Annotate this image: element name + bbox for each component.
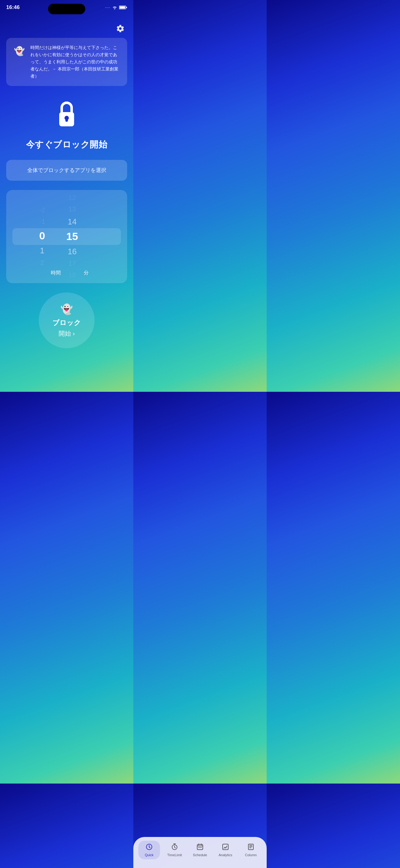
- min-17: 17: [69, 259, 76, 269]
- quote-card: 👻 時間だけは神様が平等に与えて下さった。これをいかに有効に使うかはその人の才覚…: [6, 38, 127, 86]
- hour-2: 2: [40, 258, 44, 268]
- time-picker[interactable]: -2 -1 0 1 2 時間 12 13 14 15 16 17 18 分: [6, 190, 127, 283]
- gear-icon: [116, 24, 125, 33]
- minutes-picker[interactable]: 12 13 14 15 16 17 18: [66, 193, 78, 280]
- lock-icon: [49, 98, 84, 132]
- svg-rect-2: [120, 6, 125, 9]
- start-button-container: 👻 ブロック 開始 ›: [0, 292, 133, 348]
- min-18: 18: [69, 270, 76, 280]
- status-time: 16:46: [6, 4, 20, 10]
- lock-icon-container: [0, 98, 133, 132]
- status-bar: 16:46 ····: [0, 0, 133, 13]
- start-icon: 👻: [61, 303, 73, 315]
- battery-icon: [119, 5, 127, 10]
- hour-minus2: -2: [39, 206, 45, 215]
- select-apps-label: 全体でブロックするアプリを選択: [27, 167, 106, 173]
- select-apps-button[interactable]: 全体でブロックするアプリを選択: [6, 160, 127, 181]
- settings-button[interactable]: [113, 22, 127, 35]
- quote-avatar: 👻: [12, 44, 26, 58]
- wifi-icon: [112, 5, 118, 10]
- main-title: 今すぐブロック開始: [0, 139, 133, 151]
- signal-icon: ····: [105, 5, 110, 10]
- start-block-button[interactable]: 👻 ブロック 開始 ›: [39, 292, 95, 348]
- hours-picker[interactable]: -2 -1 0 1 2: [39, 206, 45, 268]
- minutes-unit: 分: [78, 270, 94, 280]
- quote-text: 時間だけは神様が平等に与えて下さった。これをいかに有効に使うかはその人の才覚であ…: [30, 44, 121, 80]
- svg-rect-5: [65, 118, 68, 122]
- start-title: ブロック: [53, 318, 81, 328]
- svg-rect-1: [126, 7, 127, 8]
- hour-minus1: -1: [39, 217, 45, 227]
- hour-1: 1: [40, 245, 44, 256]
- min-12: 12: [69, 193, 76, 203]
- min-14: 14: [68, 216, 76, 227]
- min-16: 16: [68, 246, 76, 257]
- start-sub: 開始 ›: [59, 330, 75, 338]
- hours-unit: 時間: [45, 270, 66, 280]
- dynamic-island: [48, 4, 85, 14]
- status-icons: ····: [105, 5, 127, 10]
- min-13: 13: [69, 205, 76, 214]
- hour-0: 0: [39, 228, 45, 243]
- min-15: 15: [66, 229, 78, 244]
